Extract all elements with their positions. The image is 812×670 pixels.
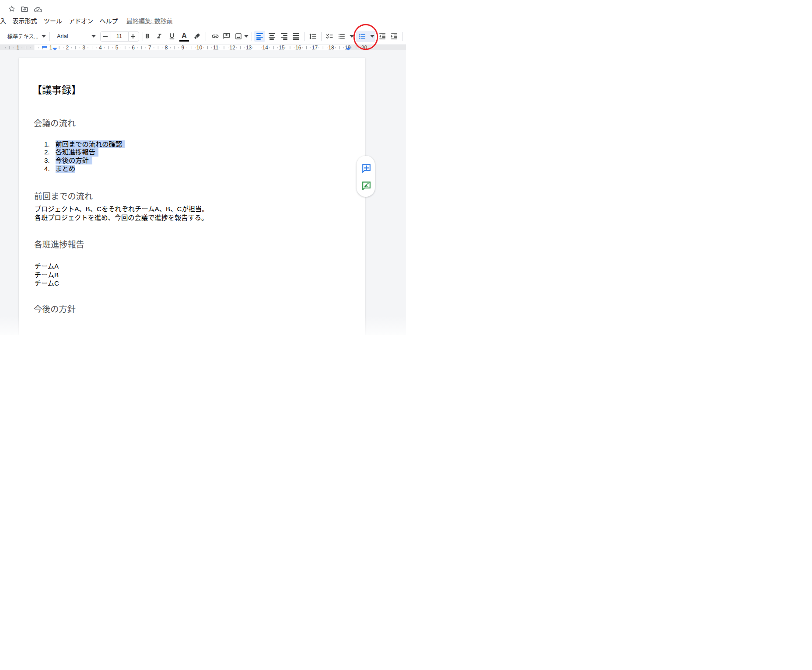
svg-text:14: 14 (262, 45, 269, 51)
svg-text:8: 8 (165, 45, 168, 51)
svg-text:3: 3 (82, 45, 85, 51)
svg-text:2: 2 (66, 45, 69, 51)
svg-text:6: 6 (132, 45, 135, 51)
svg-text:7: 7 (148, 45, 151, 51)
svg-text:10: 10 (196, 45, 203, 51)
svg-text:1: 1 (16, 45, 19, 51)
svg-text:4: 4 (99, 45, 102, 51)
svg-text:1: 1 (49, 45, 52, 51)
svg-text:9: 9 (181, 45, 184, 51)
svg-text:16: 16 (295, 45, 301, 51)
svg-text:15: 15 (279, 45, 285, 51)
svg-text:11: 11 (213, 45, 219, 51)
svg-text:12: 12 (229, 45, 235, 51)
svg-text:17: 17 (312, 45, 318, 51)
svg-text:13: 13 (246, 45, 252, 51)
svg-text:18: 18 (328, 45, 334, 51)
svg-text:5: 5 (116, 45, 119, 51)
